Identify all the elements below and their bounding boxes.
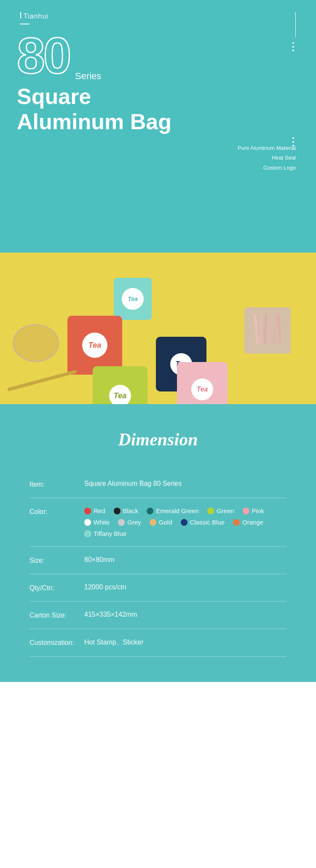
color-name-orange: Orange [242,519,263,526]
product-display: Tea Tea Tea Tea Tea [0,194,316,404]
swatch-emerald [147,508,153,514]
color-grid: Red Black Emerald Green Green Pink White [84,507,287,537]
brand-dash [20,24,29,24]
tea-bag-pink: Tea [177,362,228,404]
color-red: Red [84,507,105,514]
swatch-orange [233,519,240,526]
feature-line-1: Pure Aluminum Material [238,143,296,153]
dimension-item-row: Item: Square Aluminum Bag 80 Series [29,471,287,498]
tea-bag-lime: Tea [93,366,147,404]
color-name-classic-blue: Classic Blue [190,519,225,526]
swatch-black [114,508,121,514]
dimension-section: Dimension Item: Square Aluminum Bag 80 S… [0,404,316,682]
color-orange: Orange [233,519,263,526]
dimension-custom-row: Customization: Hot Stamp、Sticker [29,629,287,657]
tea-cup-prop [13,324,59,362]
custom-label: Customization: [29,638,84,647]
bag-label-lime: Tea [109,385,131,404]
color-green: Green [207,507,234,514]
color-emerald: Emerald Green [147,507,199,514]
feature-text-block: Pure Aluminum Material Heat Seal Custom … [238,143,296,173]
swatch-classic-blue [181,519,187,526]
color-black: Black [114,507,139,514]
hero-section: Tianhui 80 Series Square Aluminum Bag Pu… [0,0,316,404]
color-name-gold: Gold [159,519,172,526]
color-white: White [84,519,110,526]
color-label: Color: [29,507,84,516]
dimension-qty-row: Qty/Ctn: 12000 pcs/ctn [29,574,287,602]
bag-label-teal: Tea [122,288,144,310]
color-pink: Pink [243,507,264,514]
color-name-white: White [94,519,110,526]
color-name-black: Black [123,507,139,514]
item-value: Square Aluminum Bag 80 Series [84,480,287,487]
brand-name: Tianhui [24,13,48,20]
custom-value: Hot Stamp、Sticker [84,638,287,647]
color-name-emerald: Emerald Green [156,507,199,514]
carton-value: 415×335×142mm [84,611,287,618]
decorative-vertical-line [295,12,296,37]
qty-label: Qty/Ctn: [29,583,84,592]
color-grey: Grey [118,519,141,526]
tea-bag-teal: Tea [114,278,152,320]
feature-line-2: Heat Seal [238,153,296,162]
tea-bag-red: Tea [67,316,122,375]
product-title: Square Aluminum Bag [17,84,194,135]
storage-box-prop [244,307,291,354]
size-label: Size: [29,556,84,564]
swatch-gold [150,519,156,526]
dimension-carton-row: Carton Size: 415×335×142mm [29,602,287,629]
color-classic-blue: Classic Blue [181,519,225,526]
swatch-white [84,519,91,526]
color-name-grey: Grey [127,519,141,526]
color-name-red: Red [94,507,105,514]
dimension-title: Dimension [29,429,287,450]
decorative-dots-right [292,42,294,51]
swatch-green [207,508,214,514]
color-name-green: Green [217,507,234,514]
item-label: Item: [29,480,84,488]
brand-accent-line [20,12,21,19]
swatch-pink [243,508,249,514]
bag-label-pink: Tea [191,378,213,400]
color-name-tiffany: Tiffany Blue [94,530,126,537]
qty-value: 12000 pcs/ctn [84,583,287,591]
color-gold: Gold [150,519,172,526]
spoon-prop [7,370,77,391]
dimension-color-row: Color: Red Black Emerald Green Green Pin… [29,498,287,547]
bag-label-red: Tea [82,333,107,358]
dimension-size-row: Size: 80×80mm [29,547,287,574]
size-value: 80×80mm [84,556,287,564]
swatch-red [84,508,91,514]
series-number: 80 [17,30,70,81]
carton-label: Carton Size: [29,611,84,619]
color-tiffany: Tiffany Blue [84,530,126,537]
series-label: Series [75,71,101,82]
swatch-tiffany [84,530,91,537]
swatch-grey [118,519,125,526]
color-name-pink: Pink [252,507,264,514]
feature-line-3: Custom Logo [238,163,296,173]
